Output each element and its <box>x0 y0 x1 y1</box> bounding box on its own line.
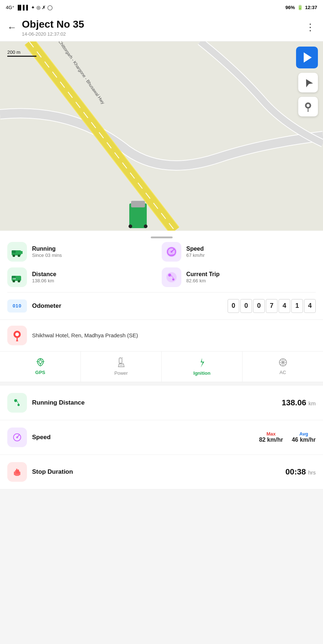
speed-max-value: 82 km/hr <box>259 437 283 443</box>
svg-point-30 <box>16 340 18 341</box>
running-distance-value: 138.06 km <box>282 398 316 408</box>
truck-distance-icon: KM <box>11 272 23 282</box>
running-distance-icon <box>11 397 23 409</box>
svg-point-36 <box>12 398 22 408</box>
mute-icon: ✗ <box>42 5 46 10</box>
stat-running: Running Since 03 mins <box>7 242 162 262</box>
stat-current-trip: Current Trip 82.66 km <box>162 267 316 287</box>
svg-point-25 <box>166 272 177 282</box>
speed-stats-icon-wrap <box>7 428 27 447</box>
signal-bars: ▐▌▌▌ <box>16 5 29 10</box>
location-row: Shikhwal Hotel, Ren, Madhya Pradesh (SE) <box>0 319 323 351</box>
info-panel: Running Since 03 mins km/h Speed 67 km/h… <box>0 231 323 382</box>
speed-stats-row: Speed Max 82 km/hr Avg 46 km/hr <box>0 420 323 455</box>
svg-rect-11 <box>12 250 16 253</box>
svg-point-18 <box>170 251 172 253</box>
power-icon <box>116 357 126 368</box>
speed-values: Max 82 km/hr Avg 46 km/hr <box>259 431 316 443</box>
trip-icon-wrap <box>162 267 181 287</box>
speed-text: Speed 67 km/hr <box>186 246 205 258</box>
sensor-ignition[interactable]: Ignition <box>162 351 243 382</box>
time-text: 12:37 <box>305 5 317 10</box>
speed-avg-value: 46 km/hr <box>292 437 316 443</box>
stop-duration-value: 00:38 hrs <box>285 467 316 477</box>
stats-grid: Running Since 03 mins km/h Speed 67 km/h… <box>0 238 323 292</box>
battery-text: 96% <box>285 5 295 10</box>
location-text: Shikhwal Hotel, Ren, Madhya Pradesh (SE) <box>32 332 316 338</box>
svg-point-8 <box>307 104 310 107</box>
truck-running-icon <box>11 247 23 257</box>
bluetooth-icon: ✦ <box>31 5 35 10</box>
running-distance-label: Running Distance <box>32 399 282 406</box>
back-button[interactable]: ← <box>7 23 17 32</box>
sensors-row: GPS Power Ignition <box>0 351 323 382</box>
ignition-icon <box>197 357 207 368</box>
running-icon-wrap <box>7 242 27 262</box>
running-label: Running <box>32 246 62 252</box>
play-button[interactable] <box>296 47 318 68</box>
svg-point-4 <box>129 224 132 228</box>
map-container[interactable]: Chittorgarh - Khargone - Bhusawal Hwy 20… <box>0 41 323 231</box>
navigate-icon <box>303 78 313 87</box>
svg-rect-47 <box>17 469 19 474</box>
distance-label: Distance <box>32 271 56 278</box>
odometer-icon: 010 <box>7 299 27 313</box>
svg-rect-3 <box>131 201 145 207</box>
ignition-label: Ignition <box>193 370 210 376</box>
location-button[interactable] <box>298 73 318 92</box>
odometer-label: Odometer <box>32 302 61 310</box>
header-title-group: Object No 35 14-06-2020 12:37:02 <box>22 18 306 37</box>
odo-digit-6: 1 <box>291 299 303 313</box>
svg-marker-6 <box>303 78 313 87</box>
svg-point-42 <box>16 436 18 438</box>
page-title: Object No 35 <box>22 18 306 31</box>
speed-max-col: Max 82 km/hr <box>259 431 283 443</box>
odo-digit-7: 4 <box>304 299 316 313</box>
stats-section: Running Distance 138.06 km Speed Max 82 … <box>0 386 323 489</box>
svg-point-29 <box>15 333 19 336</box>
more-button[interactable]: ⋮ <box>306 22 316 33</box>
sensor-power[interactable]: Power <box>81 351 162 382</box>
trip-label: Current Trip <box>186 271 220 278</box>
map-scale: 200 m <box>7 49 36 57</box>
stop-duration-icon-wrap <box>7 462 27 482</box>
odo-digit-1: 0 <box>228 299 239 313</box>
odometer-digits: 0 0 0 7 4 1 4 <box>228 299 316 313</box>
stop-duration-icon <box>12 466 23 478</box>
speed-label: Speed <box>186 246 205 252</box>
sensor-ac[interactable]: AC <box>243 351 323 382</box>
trip-text: Current Trip 82.66 km <box>186 271 220 283</box>
svg-rect-31 <box>119 358 122 363</box>
distance-text: Distance 138.06 km <box>32 271 56 283</box>
svg-text:KM: KM <box>13 278 16 280</box>
ac-label: AC <box>279 370 286 375</box>
svg-rect-14 <box>21 251 23 254</box>
stat-speed: km/h Speed 67 km/hr <box>162 242 316 262</box>
running-distance-row: Running Distance 138.06 km <box>0 386 323 420</box>
running-value: Since 03 mins <box>32 253 62 258</box>
speed-avg-label: Avg <box>292 431 316 437</box>
speed-row-top: Max 82 km/hr Avg 46 km/hr <box>259 431 316 443</box>
location-pin-icon <box>12 330 22 341</box>
distance-icon-wrap: KM <box>7 267 27 287</box>
speed-value: 67 km/hr <box>186 253 205 258</box>
svg-point-9 <box>307 111 309 112</box>
location-icon-wrap <box>7 326 27 345</box>
odometer-row: 010 Odometer 0 0 0 7 4 1 4 <box>0 293 323 319</box>
power-label: Power <box>114 370 128 376</box>
sensor-gps[interactable]: GPS <box>0 351 81 382</box>
stat-distance: KM Distance 138.06 km <box>7 267 162 287</box>
header: ← Object No 35 14-06-2020 12:37:02 ⋮ <box>0 15 323 41</box>
speed-icon-wrap: km/h <box>162 242 181 262</box>
speed-stats-label: Speed <box>32 434 259 441</box>
pin-icon <box>304 102 312 112</box>
trip-icon <box>165 271 178 283</box>
gps-label: GPS <box>35 370 45 375</box>
pin-button[interactable] <box>298 97 318 116</box>
status-right: 96% 🔋 12:37 <box>285 5 317 10</box>
svg-rect-44 <box>14 472 15 475</box>
odo-digit-5: 4 <box>279 299 290 313</box>
speedometer-icon: km/h <box>165 246 178 258</box>
stop-duration-row: Stop Duration 00:38 hrs <box>0 455 323 489</box>
battery-icon: 🔋 <box>297 5 303 10</box>
